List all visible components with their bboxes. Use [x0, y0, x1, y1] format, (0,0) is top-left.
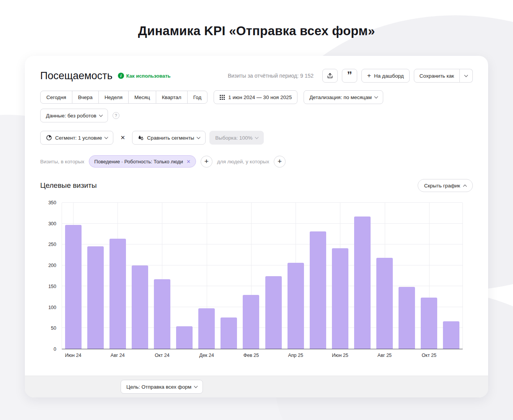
segment-button[interactable]: Сегмент: 1 условие: [40, 131, 113, 145]
y-tick-label: 0: [54, 347, 56, 352]
tab-today[interactable]: Сегодня: [40, 91, 72, 104]
bar-slot: [262, 203, 284, 349]
chart-bar[interactable]: [310, 231, 326, 349]
y-tick-label: 250: [48, 242, 56, 247]
report-header: Посещаемость i Как использовать Визиты з…: [40, 67, 473, 84]
chart-bar[interactable]: [109, 239, 126, 349]
x-tick-label: Авг 24: [111, 353, 125, 358]
x-tick-label: Июн 25: [332, 353, 348, 358]
chart-bar[interactable]: [443, 321, 459, 349]
goal-label: Цель: Отправка всех форм: [126, 384, 191, 390]
chart-bar[interactable]: [421, 298, 437, 349]
chart-bar[interactable]: [221, 317, 237, 349]
y-tick-label: 350: [48, 200, 56, 205]
plot-area: Июн 24Авг 24Окт 24Дек 24Фев 25Апр 25Июн …: [62, 203, 463, 349]
behavior-chip-label: Поведение · Роботность: Только люди: [94, 159, 183, 164]
page-title: Динамика KPI «Отправка всех форм»: [0, 24, 513, 38]
x-tick-label: Фев 25: [243, 353, 259, 358]
chart-bar[interactable]: [399, 287, 415, 349]
close-icon: ✕: [120, 134, 125, 141]
upload-icon: [327, 73, 333, 79]
section-title: Целевые визиты: [40, 181, 97, 190]
sample-label: Выборка: 100%: [215, 135, 252, 141]
sample-button[interactable]: Выборка: 100%: [209, 131, 264, 145]
report-title: Посещаемость: [40, 70, 113, 82]
tab-week[interactable]: Неделя: [98, 91, 129, 104]
header-actions: Визиты за отчётный период: 9 152 ” + На …: [228, 69, 473, 83]
bar-slot: [84, 203, 106, 349]
pie-segment-icon: [46, 135, 52, 141]
compare-segments-button[interactable]: Сравнить сегменты: [132, 131, 206, 145]
x-tick-label: Апр 25: [288, 353, 303, 358]
chevron-down-icon: [374, 94, 378, 98]
bar-slot: Дек 24: [196, 203, 218, 349]
to-dashboard-button[interactable]: + На дашборд: [361, 69, 409, 83]
behavior-chip[interactable]: Поведение · Роботность: Только люди ✕: [89, 155, 196, 168]
chevron-down-icon: [255, 135, 259, 139]
chart-bar[interactable]: [288, 263, 304, 349]
y-tick-label: 150: [48, 284, 56, 289]
bar-slot: [129, 203, 151, 349]
data-mode-button[interactable]: Данные: без роботов: [40, 109, 108, 122]
how-to-use-link[interactable]: i Как использовать: [118, 73, 171, 79]
chart-bar[interactable]: [354, 217, 371, 349]
chart-bar[interactable]: [132, 265, 148, 349]
hide-chart-label: Скрыть график: [424, 183, 460, 189]
detalization-button[interactable]: Детализация: по месяцам: [304, 90, 383, 104]
tab-month[interactable]: Месяц: [128, 91, 156, 104]
date-range-button[interactable]: 1 июн 2024 — 30 ноя 2025: [214, 90, 297, 104]
save-as-button[interactable]: Сохранить как: [414, 69, 460, 83]
card-footer: Цель: Отправка всех форм: [25, 376, 488, 397]
comments-icon: ”: [347, 73, 352, 78]
chevron-down-icon: [197, 135, 201, 139]
chart-bar[interactable]: [87, 246, 104, 349]
bar-slot: Апр 25: [284, 203, 307, 349]
chart-bar[interactable]: [376, 258, 393, 349]
to-dashboard-label: На дашборд: [374, 73, 404, 79]
bar-slot: Окт 25: [418, 203, 440, 349]
y-tick-label: 50: [51, 326, 56, 331]
plus-icon: +: [367, 72, 371, 79]
chart-bar[interactable]: [176, 326, 193, 349]
tab-yesterday[interactable]: Вчера: [72, 91, 99, 104]
clear-segment-button[interactable]: ✕: [117, 133, 128, 143]
goal-select-button[interactable]: Цель: Отправка всех форм: [121, 380, 203, 394]
tab-year[interactable]: Год: [187, 91, 208, 104]
date-range-label: 1 июн 2024 — 30 ноя 2025: [228, 94, 292, 100]
period-tabs: Сегодня Вчера Неделя Месяц Квартал Год: [40, 91, 207, 104]
data-mode-row: Данные: без роботов ?: [40, 109, 473, 122]
goal-visits-chart: 050100150200250300350 Июн 24Авг 24Окт 24…: [40, 203, 473, 349]
export-button[interactable]: [322, 69, 338, 83]
help-icon[interactable]: ?: [113, 112, 119, 119]
chart-bar[interactable]: [243, 295, 259, 349]
bar-slot: [351, 203, 373, 349]
y-tick-label: 200: [48, 263, 56, 268]
x-tick-label: Окт 25: [422, 353, 436, 358]
save-as-dropdown-button[interactable]: [460, 69, 473, 83]
chip-close-icon[interactable]: ✕: [186, 159, 191, 164]
hide-chart-button[interactable]: Скрыть график: [418, 179, 473, 192]
chevron-down-icon: [99, 113, 103, 117]
y-tick-label: 100: [48, 305, 56, 310]
comments-button[interactable]: ”: [342, 69, 357, 83]
add-visit-filter-button[interactable]: +: [201, 156, 212, 168]
bars-container: Июн 24Авг 24Окт 24Дек 24Фев 25Апр 25Июн …: [62, 203, 462, 349]
bar-slot: Окт 24: [151, 203, 173, 349]
chart-bar[interactable]: [198, 308, 215, 349]
chart-bar[interactable]: [332, 248, 348, 349]
chart-bar[interactable]: [154, 279, 170, 349]
x-tick-label: Окт 24: [155, 353, 169, 358]
add-people-filter-button[interactable]: +: [274, 156, 286, 168]
info-icon: i: [118, 73, 124, 79]
bar-slot: [396, 203, 418, 349]
visits-summary: Визиты за отчётный период: 9 152: [228, 73, 314, 79]
people-filter-label: для людей, у которых: [217, 159, 269, 164]
bar-slot: [173, 203, 196, 349]
chevron-down-icon: [105, 135, 108, 139]
chart-bar[interactable]: [65, 225, 82, 349]
tab-quarter[interactable]: Квартал: [156, 91, 188, 104]
x-tick-label: Дек 24: [199, 353, 214, 358]
visits-filter-label: Визиты, в которых: [40, 159, 84, 164]
chart-bar[interactable]: [265, 276, 282, 349]
filter-row: Визиты, в которых Поведение · Роботность…: [40, 155, 473, 168]
